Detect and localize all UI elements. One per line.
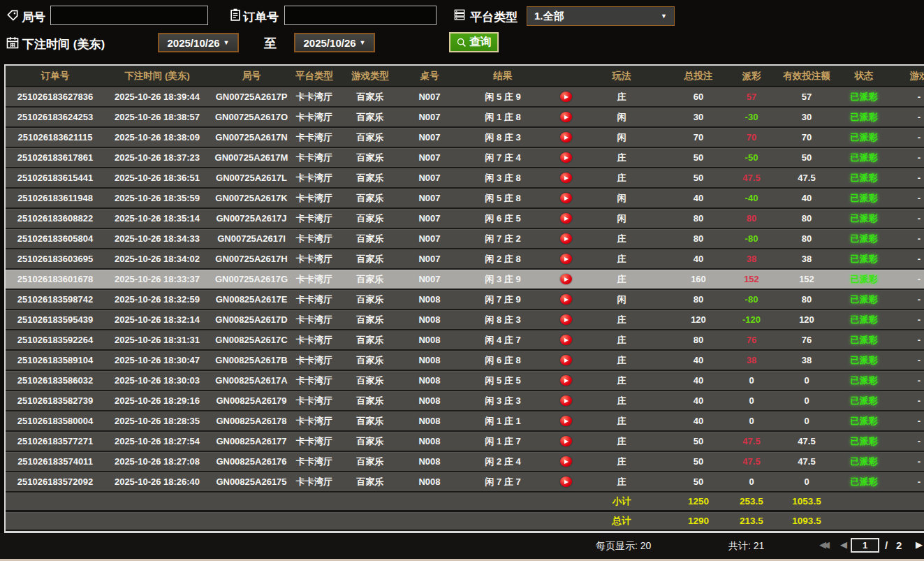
play-video-icon[interactable] bbox=[560, 335, 572, 345]
subtotal-row-payout: 253.5 bbox=[733, 493, 770, 510]
play-video-icon[interactable] bbox=[560, 193, 572, 203]
table-row[interactable]: 2510261835720922025-10-26 18:26:40GN0082… bbox=[6, 472, 924, 493]
cell-status: 已派彩 bbox=[844, 270, 884, 289]
cell-total-bet: 40 bbox=[663, 371, 733, 390]
column-header-round: 局号 bbox=[210, 66, 293, 86]
table-row[interactable]: 2510261836088222025-10-26 18:35:14GN0072… bbox=[6, 209, 924, 229]
play-video-icon[interactable] bbox=[560, 213, 572, 224]
table-row[interactable]: 2510261836178612025-10-26 18:37:23GN0072… bbox=[6, 148, 924, 168]
play-video-icon[interactable] bbox=[560, 436, 572, 446]
cell-valid-bet: 152 bbox=[770, 270, 844, 289]
next-page-button[interactable]: ▶ bbox=[916, 539, 923, 550]
cell-game-type: 百家乐 bbox=[335, 87, 405, 106]
prev-page-button[interactable]: ◀ bbox=[840, 539, 847, 550]
cell-table-no: N007 bbox=[405, 108, 454, 126]
cell-play-icon bbox=[552, 391, 580, 410]
tag-icon bbox=[6, 8, 20, 22]
column-header-result: 结果 bbox=[454, 66, 552, 86]
table-row[interactable]: 2510261835987422025-10-26 18:32:59GN0082… bbox=[6, 290, 924, 310]
cell-result: 闲 5 庄 9 bbox=[454, 87, 552, 106]
table-row[interactable]: 2510261835772712025-10-26 18:27:54GN0082… bbox=[6, 432, 924, 452]
cell-game-type: 百家乐 bbox=[335, 391, 405, 410]
cell-order: 251026183580004 bbox=[6, 411, 105, 430]
table-row[interactable]: 2510261836154412025-10-26 18:36:51GN0072… bbox=[6, 168, 924, 189]
table-row[interactable]: 2510261836211152025-10-26 18:38:09GN0072… bbox=[6, 128, 924, 148]
cell-time: 2025-10-26 18:33:37 bbox=[105, 270, 210, 289]
chevron-down-icon: ▼ bbox=[661, 13, 667, 20]
table-row[interactable]: 2510261835922642025-10-26 18:31:31GN0082… bbox=[6, 330, 924, 351]
cell-result: 闲 3 庄 8 bbox=[454, 168, 552, 187]
order-input[interactable] bbox=[284, 6, 437, 25]
table-row[interactable]: 2510261835860322025-10-26 18:30:03GN0082… bbox=[6, 371, 924, 391]
play-video-icon[interactable] bbox=[560, 456, 572, 467]
cell-round: GN00725A2617I bbox=[210, 229, 293, 248]
cell-order: 251026183574011 bbox=[6, 452, 105, 471]
cell-game: - bbox=[884, 229, 924, 248]
cell-valid-bet: 47.5 bbox=[770, 452, 844, 471]
table-row[interactable]: 2510261836058042025-10-26 18:34:33GN0072… bbox=[6, 229, 924, 249]
cell-table-no: N008 bbox=[405, 432, 454, 451]
play-video-icon[interactable] bbox=[560, 294, 572, 305]
table-row[interactable]: 2510261835954392025-10-26 18:32:14GN0082… bbox=[6, 310, 924, 330]
table-row[interactable]: 2510261835800042025-10-26 18:28:35GN0082… bbox=[6, 411, 924, 432]
play-video-icon[interactable] bbox=[560, 132, 572, 143]
subtotal-row-spacer bbox=[454, 493, 552, 510]
play-video-icon[interactable] bbox=[560, 476, 572, 487]
bet-time-label: 下注时间 (美东) bbox=[22, 36, 105, 52]
play-video-icon[interactable] bbox=[560, 395, 572, 406]
play-video-icon[interactable] bbox=[560, 173, 572, 183]
play-video-icon[interactable] bbox=[560, 355, 572, 365]
cell-order: 251026183605804 bbox=[6, 229, 105, 248]
cell-table-no: N008 bbox=[405, 290, 454, 309]
table-row[interactable]: 2510261836278362025-10-26 18:39:44GN0072… bbox=[6, 87, 924, 108]
cell-time: 2025-10-26 18:36:51 bbox=[105, 168, 210, 187]
cell-game: - bbox=[884, 290, 924, 309]
table-row[interactable]: 2510261836036952025-10-26 18:34:02GN0072… bbox=[6, 249, 924, 270]
date-to-picker[interactable]: 2025/10/26 ▼ bbox=[294, 33, 375, 52]
play-video-icon[interactable] bbox=[560, 375, 572, 386]
table-row[interactable]: 2510261836242532025-10-26 18:38:57GN0072… bbox=[6, 108, 924, 128]
round-input[interactable] bbox=[50, 6, 208, 25]
play-video-icon[interactable] bbox=[560, 254, 572, 264]
cell-order: 251026183595439 bbox=[6, 310, 105, 329]
date-from-picker[interactable]: 2025/10/26 ▼ bbox=[158, 33, 239, 52]
table-row[interactable]: 2510261836016782025-10-26 18:33:37GN0072… bbox=[6, 270, 924, 290]
table-row[interactable]: 2510261835740112025-10-26 18:27:08GN0082… bbox=[6, 452, 924, 472]
platform-select[interactable]: 1.全部 ▼ bbox=[527, 6, 675, 26]
cell-total-bet: 50 bbox=[663, 452, 733, 471]
table-row[interactable]: 2510261835827392025-10-26 18:29:16GN0082… bbox=[6, 391, 924, 411]
first-page-button[interactable]: ◀◀ bbox=[819, 539, 826, 550]
cell-play: 闲 bbox=[580, 209, 663, 228]
cell-game: - bbox=[884, 108, 924, 126]
cell-time: 2025-10-26 18:28:35 bbox=[105, 411, 210, 430]
cell-play: 闲 bbox=[580, 189, 663, 207]
cell-total-bet: 80 bbox=[663, 290, 733, 309]
cell-game-type: 百家乐 bbox=[335, 452, 405, 471]
cell-payout: 0 bbox=[733, 391, 770, 410]
search-button[interactable]: 查询 bbox=[449, 32, 499, 52]
cell-valid-bet: 30 bbox=[770, 108, 844, 126]
play-video-icon[interactable] bbox=[560, 152, 572, 163]
cell-platform: 卡卡湾厅 bbox=[293, 330, 335, 349]
cell-play: 庄 bbox=[580, 87, 663, 106]
play-video-icon[interactable] bbox=[560, 92, 572, 102]
cell-game-type: 百家乐 bbox=[335, 249, 405, 268]
cell-status: 已派彩 bbox=[844, 472, 884, 491]
play-video-icon[interactable] bbox=[560, 233, 572, 244]
play-video-icon[interactable] bbox=[560, 416, 572, 426]
play-video-icon[interactable] bbox=[560, 314, 572, 325]
table-row[interactable]: 2510261835891042025-10-26 18:30:47GN0082… bbox=[6, 351, 924, 371]
cell-valid-bet: 57 bbox=[770, 87, 844, 106]
cell-result: 闲 7 庄 4 bbox=[454, 148, 552, 167]
page-number-input[interactable] bbox=[851, 538, 879, 553]
cell-play-icon bbox=[552, 270, 580, 289]
total-pages-label: 2 bbox=[896, 539, 902, 551]
table-row[interactable]: 2510261836119482025-10-26 18:35:59GN0072… bbox=[6, 189, 924, 209]
cell-total-bet: 50 bbox=[663, 432, 733, 451]
play-video-icon[interactable] bbox=[560, 112, 572, 122]
cell-platform: 卡卡湾厅 bbox=[293, 148, 335, 167]
order-label: 订单号 bbox=[243, 9, 279, 25]
play-video-icon[interactable] bbox=[560, 274, 572, 284]
total-row-game-spacer bbox=[884, 512, 924, 530]
cell-game-type: 百家乐 bbox=[335, 209, 405, 228]
